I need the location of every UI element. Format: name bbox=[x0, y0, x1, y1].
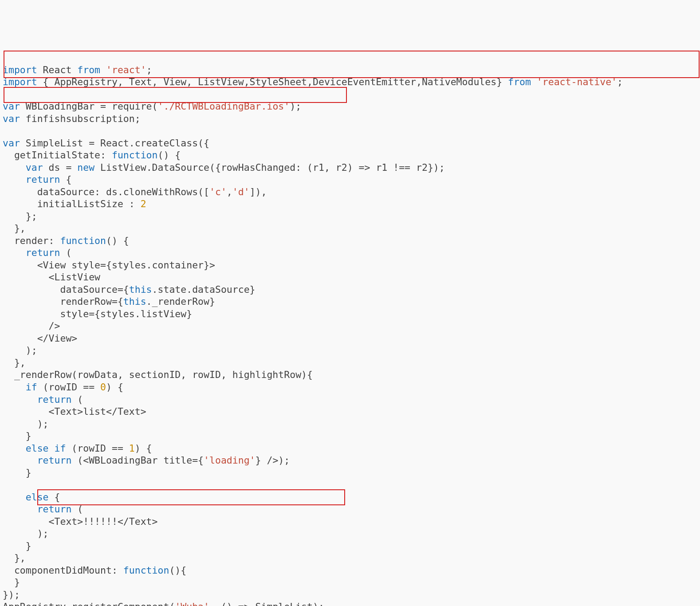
kw-import: import bbox=[3, 64, 37, 75]
code-block: import React from 'react'; import { AppR… bbox=[3, 51, 697, 606]
code-content: import React from 'react'; import { AppR… bbox=[3, 64, 697, 606]
